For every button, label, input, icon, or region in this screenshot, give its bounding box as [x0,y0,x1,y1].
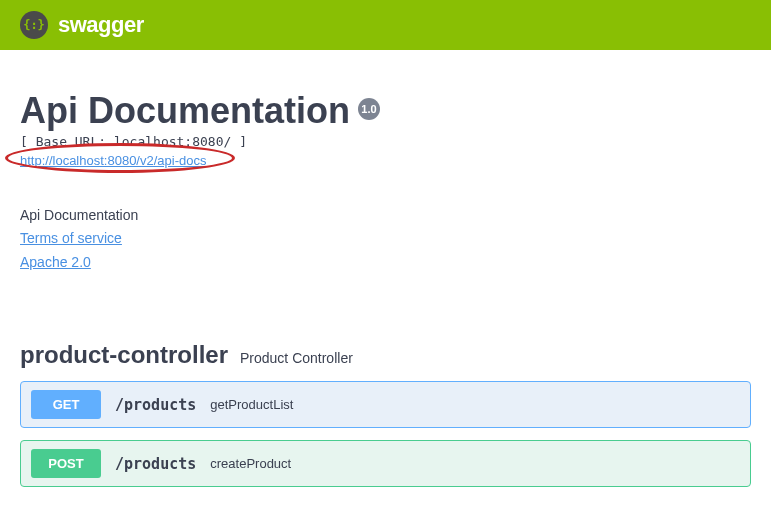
swagger-brand-text: swagger [58,12,144,38]
topbar: {:} swagger [0,0,771,50]
api-docs-link[interactable]: http://localhost:8080/v2/api-docs [20,153,206,168]
terms-of-service-link[interactable]: Terms of service [20,230,122,246]
controller-name: product-controller [20,341,228,369]
title-text: Api Documentation [20,90,350,132]
method-badge-get: GET [31,390,101,419]
operation-path: /products [115,455,196,473]
operation-path: /products [115,396,196,414]
operation-get-products[interactable]: GET /products getProductList [20,381,751,428]
base-url: [ Base URL: localhost:8080/ ] [20,134,751,149]
swagger-icon: {:} [20,11,48,39]
api-docs-link-wrap: http://localhost:8080/v2/api-docs [20,149,206,169]
info-section: Api Documentation 1.0 [ Base URL: localh… [20,90,751,271]
api-description: Api Documentation [20,207,751,223]
controller-description: Product Controller [240,350,353,366]
swagger-logo[interactable]: {:} swagger [20,11,144,39]
operation-summary: getProductList [210,397,293,412]
controller-header[interactable]: product-controller Product Controller [20,341,751,369]
method-badge-post: POST [31,449,101,478]
page-title: Api Documentation 1.0 [20,90,751,132]
controller-section: product-controller Product Controller GE… [20,341,751,487]
operation-post-products[interactable]: POST /products createProduct [20,440,751,487]
version-badge: 1.0 [358,98,380,120]
content: Api Documentation 1.0 [ Base URL: localh… [0,90,771,487]
operation-summary: createProduct [210,456,291,471]
license-link[interactable]: Apache 2.0 [20,254,91,270]
